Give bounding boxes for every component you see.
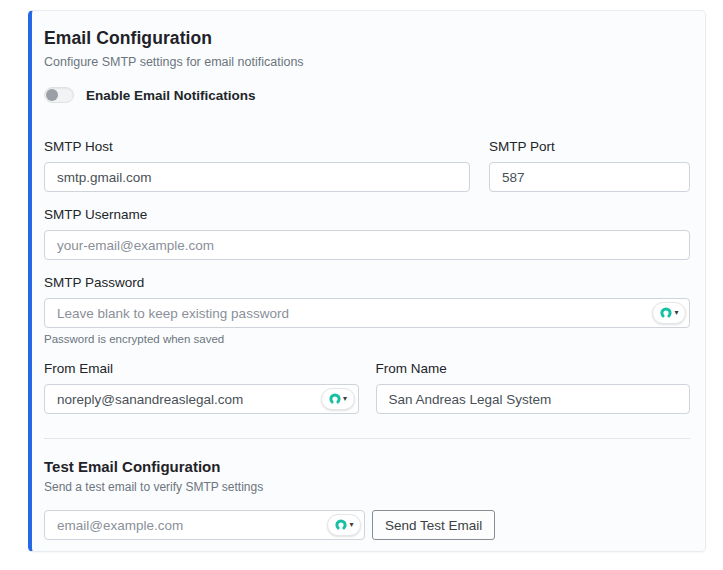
smtp-settings-form: SMTP Host SMTP Port SMTP Username SMTP P… — [44, 138, 690, 414]
from-row: From Email ▾ From Name — [44, 360, 690, 414]
enable-notifications-row: Enable Email Notifications — [44, 86, 690, 104]
smtp-username-label: SMTP Username — [44, 206, 690, 223]
nordpass-autofill-icon[interactable]: ▾ — [321, 388, 355, 410]
password-helper-text: Password is encrypted when saved — [44, 332, 690, 346]
smtp-port-label: SMTP Port — [489, 138, 690, 155]
enable-notifications-label: Enable Email Notifications — [86, 88, 256, 103]
from-name-input[interactable] — [376, 384, 691, 414]
chevron-down-icon: ▾ — [674, 309, 678, 317]
nordpass-autofill-icon[interactable]: ▾ — [327, 514, 361, 536]
smtp-port-input[interactable] — [489, 162, 690, 192]
host-port-row: SMTP Host SMTP Port — [44, 138, 690, 192]
section-divider — [44, 438, 690, 439]
enable-email-notifications-toggle[interactable] — [44, 87, 74, 103]
toggle-knob — [46, 89, 58, 101]
username-row: SMTP Username — [44, 206, 690, 260]
smtp-password-input[interactable] — [44, 298, 690, 328]
smtp-username-input[interactable] — [44, 230, 690, 260]
page-title: Email Configuration — [44, 27, 690, 49]
send-test-email-button[interactable]: Send Test Email — [372, 510, 495, 540]
page-subtitle: Configure SMTP settings for email notifi… — [44, 54, 690, 70]
smtp-password-label: SMTP Password — [44, 274, 690, 291]
password-row: SMTP Password ▾ Password is encrypted wh… — [44, 274, 690, 346]
password-manager-logo-icon — [328, 392, 342, 406]
chevron-down-icon: ▾ — [343, 395, 347, 403]
smtp-host-label: SMTP Host — [44, 138, 470, 155]
test-section-subtitle: Send a test email to verify SMTP setting… — [44, 480, 690, 495]
from-name-label: From Name — [376, 360, 691, 377]
email-configuration-card: Email Configuration Configure SMTP setti… — [28, 10, 706, 552]
chevron-down-icon: ▾ — [349, 521, 353, 529]
test-email-input[interactable] — [44, 510, 365, 540]
test-section-title: Test Email Configuration — [44, 457, 690, 476]
password-manager-logo-icon — [659, 306, 673, 320]
from-email-input[interactable] — [44, 384, 359, 414]
nordpass-autofill-icon[interactable]: ▾ — [652, 302, 686, 324]
password-manager-logo-icon — [334, 518, 348, 532]
from-email-label: From Email — [44, 360, 359, 377]
smtp-host-input[interactable] — [44, 162, 470, 192]
test-email-row: ▾ Send Test Email — [44, 510, 690, 540]
